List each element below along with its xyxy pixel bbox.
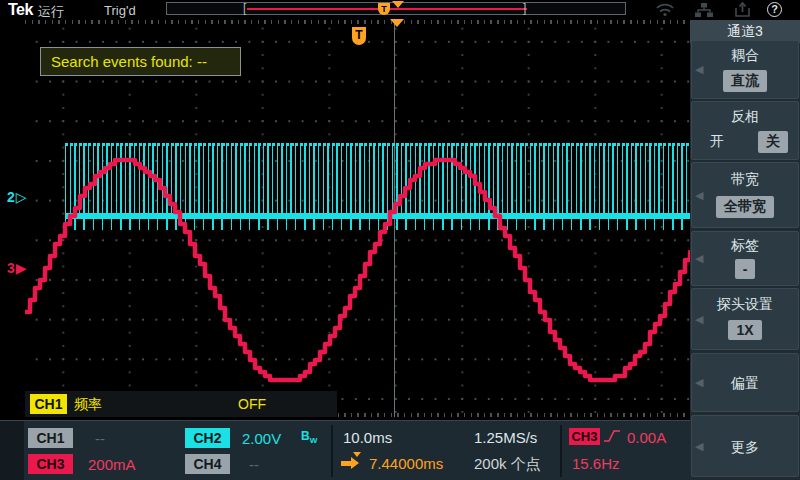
status-divider-1: [331, 425, 333, 477]
timebase-value[interactable]: 10.0ms: [343, 429, 392, 446]
probe-setup-label: 探头设置: [692, 296, 798, 314]
menu-section-bandwidth[interactable]: ◀ 带宽 全带宽: [691, 162, 799, 228]
trigger-flag-icon[interactable]: T: [352, 27, 366, 45]
coupling-value-button[interactable]: 直流: [692, 70, 798, 92]
ch3-waveform: [25, 20, 690, 417]
ch4-badge[interactable]: CH4: [185, 454, 230, 474]
label-label: 标签: [692, 237, 798, 255]
ch3-scale-value: 200mA: [88, 456, 136, 473]
channel-2-marker[interactable]: 2▷: [7, 189, 28, 205]
label-value-button[interactable]: -: [692, 259, 798, 279]
side-menu: 通道3 ◀ 耦合 直流 反相 开 关 ◀ 带宽 全带宽 ◀ 标签 - ◀ 探头设…: [690, 20, 800, 480]
offset-label: 偏置: [692, 375, 798, 393]
probe-setup-value-button[interactable]: 1X: [692, 320, 798, 340]
waveform-display[interactable]: [25, 20, 690, 417]
menu-section-probe-setup[interactable]: ◀ 探头设置 1X: [691, 288, 799, 350]
delay-arrow-icon: [341, 456, 361, 470]
measurement-bar[interactable]: CH1 频率 OFF: [25, 391, 337, 417]
ch2-bandwidth-icon: BW: [301, 429, 317, 445]
invert-label: 反相: [692, 108, 798, 126]
wifi-icon[interactable]: [655, 2, 675, 17]
menu-section-offset[interactable]: ◀ 偏置: [691, 353, 799, 412]
bandwidth-label: 带宽: [692, 171, 798, 189]
record-view-position-icon[interactable]: [392, 1, 404, 8]
trigger-frequency-value: 15.6Hz: [572, 455, 620, 472]
trigger-position-marker[interactable]: [390, 19, 404, 27]
ch4-scale-value: --: [249, 456, 259, 473]
sample-rate-value: 1.25MS/s: [474, 429, 537, 446]
record-view-right-bracket: ]: [523, 1, 526, 15]
help-icon[interactable]: ?: [767, 2, 782, 17]
menu-section-invert[interactable]: 反相 开 关: [691, 101, 799, 160]
acquisition-status: 运行: [38, 3, 64, 21]
trigger-source-badge[interactable]: CH3: [569, 428, 600, 445]
ch1-scale-value: --: [95, 430, 105, 447]
menu-section-label[interactable]: ◀ 标签 -: [691, 231, 799, 286]
top-bar: Tek 运行 Trig'd [ ] T ?: [0, 0, 800, 20]
oscilloscope-screen: Tek 运行 Trig'd [ ] T ?: [0, 0, 800, 480]
record-view-bar[interactable]: [ ] T: [166, 2, 626, 15]
more-label: 更多: [692, 439, 798, 457]
coupling-label: 耦合: [692, 47, 798, 65]
status-divider-2: [560, 425, 562, 477]
ch2-badge[interactable]: CH2: [185, 428, 230, 448]
measurement-value: OFF: [238, 396, 266, 412]
measurement-label: 频率: [74, 396, 102, 414]
trigger-level-value: 0.00A: [627, 429, 666, 446]
bandwidth-value-button[interactable]: 全带宽: [692, 196, 798, 218]
menu-section-more[interactable]: ◀ 更多: [691, 415, 799, 477]
ch2-scale-value: 2.00V: [242, 430, 281, 447]
invert-off-button[interactable]: 关: [720, 131, 800, 153]
trigger-status: Trig'd: [104, 3, 136, 18]
export-icon[interactable]: [734, 2, 752, 18]
record-view-trigger-icon[interactable]: T: [378, 3, 390, 15]
trigger-slope-icon: [603, 427, 621, 445]
delay-time-value[interactable]: 7.44000ms: [369, 455, 443, 472]
record-view-left-bracket: [: [243, 1, 246, 15]
status-bar-left-edge: [0, 421, 24, 480]
measurement-channel-badge: CH1: [30, 394, 67, 414]
ch1-badge[interactable]: CH1: [28, 428, 73, 448]
menu-section-coupling[interactable]: ◀ 耦合 直流: [691, 40, 799, 99]
channel-3-marker[interactable]: 3▶: [7, 260, 28, 276]
tek-logo: Tek: [8, 1, 33, 19]
ch3-badge[interactable]: CH3: [28, 454, 73, 474]
record-length-value: 200k 个点: [474, 455, 541, 474]
network-icon[interactable]: [694, 2, 714, 18]
search-events-banner: Search events found: --: [40, 47, 241, 76]
